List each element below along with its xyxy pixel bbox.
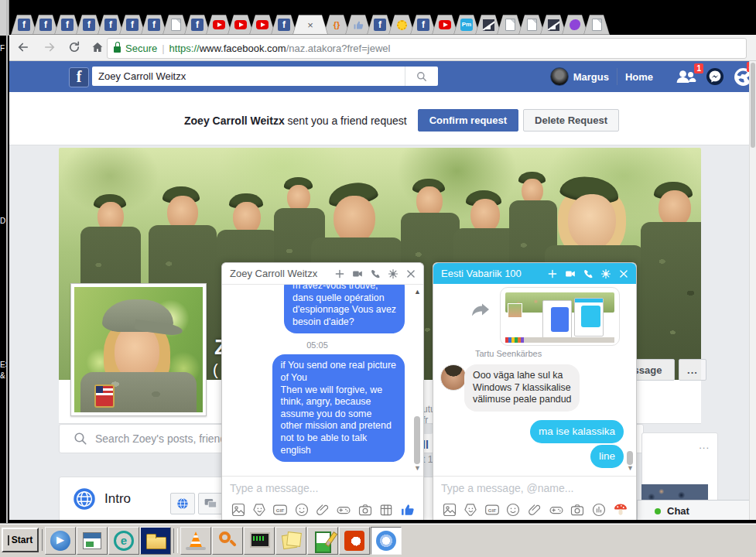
tab-like[interactable] — [345, 15, 371, 35]
video-call-icon[interactable] — [565, 268, 576, 279]
taskbar-search-button[interactable] — [212, 527, 243, 555]
attach-icon[interactable] — [315, 502, 331, 518]
start-button[interactable]: Start — [2, 528, 39, 552]
taskbar-folder-button[interactable] — [140, 527, 171, 555]
reload-button[interactable] — [67, 39, 82, 55]
taskbar-editor-button[interactable] — [307, 527, 338, 555]
mushroom-icon[interactable] — [612, 502, 628, 518]
tab-facebook[interactable]: f — [141, 15, 167, 35]
sticker-icon[interactable] — [463, 502, 479, 518]
intro-globe-button[interactable] — [170, 493, 195, 514]
taskbar-task-manager-button[interactable] — [244, 527, 275, 555]
thumb-icon[interactable] — [399, 502, 416, 518]
settings-gear-icon[interactable] — [388, 268, 399, 279]
tab-facebook[interactable]: f — [367, 15, 393, 35]
chat1-scrollbar[interactable]: ▲ ▼ — [412, 286, 422, 472]
facebook-search-button[interactable] — [405, 67, 438, 86]
page-scrollbar[interactable] — [749, 61, 756, 520]
tab-facebook[interactable]: f — [11, 15, 37, 35]
taskbar-media-player-button[interactable] — [45, 527, 76, 555]
taskbar-notes-button[interactable] — [275, 527, 306, 555]
photo-icon[interactable] — [441, 502, 457, 518]
profile-more-button[interactable]: ... — [679, 359, 706, 381]
poll-icon[interactable] — [590, 502, 607, 518]
emoji-icon[interactable] — [505, 502, 522, 518]
taskbar-chromium-button[interactable] — [371, 527, 402, 555]
tab-facebook[interactable]: f — [410, 15, 436, 35]
tab-purple[interactable] — [562, 15, 588, 35]
camera-icon[interactable] — [357, 502, 373, 518]
tab-active-close[interactable]: × — [292, 15, 328, 35]
card-more-button[interactable]: ... — [699, 439, 710, 451]
chat2-title[interactable]: Eesti Vabariik 100 — [433, 268, 547, 279]
nav-home[interactable]: Home — [625, 71, 653, 83]
camera-icon[interactable] — [570, 502, 586, 518]
taskbar-office-button[interactable] — [339, 527, 370, 555]
close-icon[interactable] — [618, 268, 629, 279]
tab-photo[interactable] — [540, 15, 566, 35]
chat1-input-area[interactable] — [222, 476, 423, 500]
secure-lock-icon[interactable] — [114, 45, 121, 54]
profile-picture[interactable] — [70, 283, 207, 416]
facebook-logo[interactable]: f — [69, 67, 89, 87]
delete-request-button[interactable]: Delete Request — [523, 109, 619, 132]
scroll-up-icon[interactable]: ▲ — [412, 288, 422, 296]
phone-call-icon[interactable] — [370, 268, 381, 279]
chat2-input-area[interactable] — [433, 476, 636, 500]
tab-facebook[interactable]: f — [119, 15, 145, 35]
url-text[interactable]: https://www.facebook.com/naz.atakora?fre… — [169, 43, 391, 54]
tab-code[interactable]: {} — [323, 15, 350, 35]
chat2-header[interactable]: Eesti Vabariik 100 — [433, 263, 636, 284]
tab-sun[interactable] — [388, 15, 415, 35]
home-button[interactable] — [90, 39, 105, 55]
facebook-search[interactable] — [92, 67, 438, 86]
tab-doc[interactable] — [518, 15, 545, 35]
add-person-icon[interactable] — [547, 268, 558, 279]
tab-photo[interactable] — [475, 15, 501, 35]
chat2-scrollbar[interactable]: ▼ — [625, 285, 635, 472]
tab-youtube[interactable] — [432, 15, 458, 35]
sender-avatar[interactable] — [440, 364, 467, 391]
scroll-down-icon[interactable]: ▼ — [412, 464, 422, 472]
taskbar-eset-button[interactable] — [108, 527, 139, 555]
back-button[interactable] — [15, 39, 31, 55]
settings-gear-icon[interactable] — [600, 268, 611, 279]
add-person-icon[interactable] — [334, 268, 345, 279]
tab-doc[interactable] — [583, 15, 610, 35]
scroll-down-icon[interactable]: ▼ — [625, 464, 635, 472]
attach-icon[interactable] — [527, 502, 543, 518]
tab-facebook[interactable]: f — [32, 15, 59, 35]
tab-facebook[interactable]: f — [271, 15, 297, 35]
chat1-header[interactable]: Zoey Carroll Weitzx — [222, 263, 423, 285]
plan-icon[interactable] — [378, 502, 395, 518]
tab-doc[interactable] — [497, 15, 523, 35]
chat2-message-input[interactable] — [433, 477, 636, 500]
emoji-icon[interactable] — [293, 502, 310, 518]
tab-doc[interactable] — [162, 15, 189, 35]
tab-facebook[interactable]: f — [76, 15, 102, 35]
confirm-request-button[interactable]: Confirm request — [418, 109, 518, 132]
close-icon[interactable] — [405, 268, 416, 279]
share-arrow-icon[interactable] — [470, 301, 491, 323]
friend-requests-button[interactable]: 1 — [675, 69, 696, 84]
photo-icon[interactable] — [230, 502, 246, 518]
chat1-message-input[interactable] — [222, 477, 423, 500]
phone-call-icon[interactable] — [583, 268, 594, 279]
tab-facebook[interactable]: f — [184, 15, 210, 35]
intro-notes-button[interactable] — [198, 493, 223, 514]
tab-youtube[interactable] — [206, 15, 232, 35]
forward-button[interactable] — [42, 39, 57, 55]
sticker-icon[interactable] — [251, 502, 267, 518]
tab-facebook[interactable]: f — [54, 15, 80, 35]
video-call-icon[interactable] — [352, 268, 363, 279]
taskbar-program-button[interactable] — [77, 527, 108, 555]
avatar[interactable] — [550, 67, 569, 86]
tab-youtube[interactable] — [227, 15, 254, 35]
tab-pm[interactable]: Pm — [453, 15, 480, 35]
games-icon[interactable] — [336, 502, 352, 518]
address-bar[interactable]: Secure | https://www.facebook.com/naz.at… — [107, 38, 747, 59]
shared-image-thumbnail[interactable] — [500, 287, 620, 346]
chat1-title[interactable]: Zoey Carroll Weitzx — [222, 268, 334, 279]
gif-icon[interactable]: GIF — [272, 502, 289, 518]
games-icon[interactable] — [548, 502, 564, 518]
